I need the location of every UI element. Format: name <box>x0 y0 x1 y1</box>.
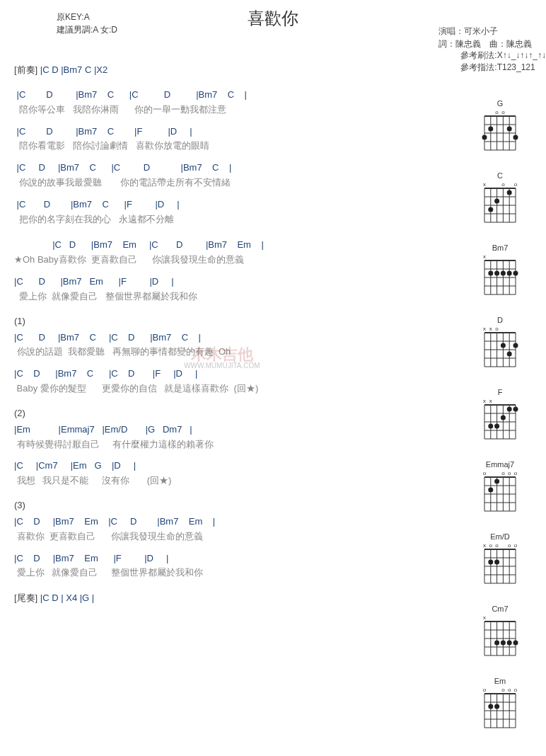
lyric-line-pair: |C D |Bm7 C |C D |Bm7 C | 陪你等公車 我陪你淋雨 你的… <box>14 88 461 118</box>
svg-point-46 <box>507 271 512 276</box>
chord-diagram-em: Emoooo <box>468 677 532 736</box>
svg-text:o: o <box>508 470 511 476</box>
chord-line: |C D |Bm7 C |C D |F |D | <box>14 367 461 382</box>
svg-point-98 <box>488 488 493 493</box>
svg-point-83 <box>488 424 493 429</box>
chord-name-label: Em <box>468 677 532 685</box>
section-1: (1) |C D |Bm7 C |C D |Bm7 C | 你說的話題 我都愛聽… <box>14 316 461 396</box>
svg-text:o: o <box>501 109 505 115</box>
svg-text:x: x <box>489 398 492 404</box>
lyric-line-pair: |C D |Bm7 C |C D |Bm7 C | 你說的故事我最愛聽 你的電話… <box>14 161 461 190</box>
chord-line: |C D |Bm7 C |F |D | <box>14 125 461 139</box>
chord-diagram-d: Dxxo <box>468 316 532 375</box>
lyric-line-pair: |C D |Bm7 C |F |D | 陪你看電影 陪你討論劇情 喜歡你放電的眼… <box>14 125 461 154</box>
svg-point-97 <box>494 479 499 484</box>
chord-line: |C D |Bm7 Em |C D |Bm7 Em | <box>14 515 461 529</box>
chord-line: |C D |Bm7 C |C D |Bm7 C | <box>14 161 461 176</box>
chord-diagram-c: Cxoo <box>468 171 532 231</box>
lyric-line: 陪你看電影 陪你討論劇情 喜歡你放電的眼睛 <box>14 139 461 154</box>
verse-1: |C D |Bm7 C |C D |Bm7 C | 陪你等公車 我陪你淋雨 你的… <box>14 88 461 227</box>
svg-text:o: o <box>483 470 487 476</box>
svg-point-149 <box>488 704 493 709</box>
svg-text:o: o <box>501 470 505 476</box>
chord-line: |C D |Bm7 Em |F |D | <box>14 551 461 566</box>
svg-point-63 <box>507 352 512 357</box>
lyric-line: 你說的話題 我都愛聽 再無聊的事情都變的有趣 Oh <box>14 345 461 360</box>
lyric-line: 喜歡你 更喜歡自己 你讓我發現生命的意義 <box>14 529 461 544</box>
chord-diagram-bm7: Bm7x <box>468 244 532 303</box>
svg-point-64 <box>501 343 506 348</box>
svg-text:x: x <box>483 542 486 549</box>
chord-name-label: G <box>468 99 532 108</box>
svg-text:x: x <box>483 614 486 621</box>
chord-diagram-column: GooCxooBm7xDxxoFxxEmmaj7ooooEm/DxooooCm7… <box>468 64 532 749</box>
chord-line: |C D |Bm7 C |F |D | <box>14 197 461 212</box>
svg-text:x: x <box>483 326 486 332</box>
svg-point-132 <box>513 641 518 646</box>
svg-point-29 <box>494 199 499 204</box>
section-3: (3) |C D |Bm7 Em |C D |Bm7 Em | 喜歡你 更喜歡自… <box>14 500 461 580</box>
svg-text:o: o <box>483 687 487 693</box>
intro-section: [前奏] |C D |Bm7 C |X2 <box>14 64 461 76</box>
svg-point-81 <box>501 416 506 420</box>
chord-line: |C D |Bm7 Em |F |D | <box>14 275 461 290</box>
chord-name-label: Bm7 <box>468 244 532 252</box>
chord-name-label: Emmaj7 <box>468 460 532 469</box>
svg-point-49 <box>488 271 493 276</box>
svg-point-82 <box>494 424 499 429</box>
key-info: 原KEY:A 建議男調:A 女:D <box>57 11 117 36</box>
chord-name-label: C <box>468 171 532 180</box>
chord-line: |C |Cm7 |Em G |D | <box>14 459 461 474</box>
lyric-line-pair: |C |Cm7 |Em G |D | 我想 我只是不能 沒有你 (回★) <box>14 459 461 488</box>
svg-point-80 <box>507 407 512 412</box>
credits: 演唱：可米小子 詞：陳忠義 曲：陳忠義 <box>438 25 532 50</box>
svg-point-114 <box>494 560 499 565</box>
svg-text:o: o <box>489 542 493 549</box>
svg-point-148 <box>494 704 499 709</box>
chord-name-label: Em/D <box>468 532 532 541</box>
svg-point-30 <box>488 207 493 212</box>
svg-point-62 <box>513 343 518 348</box>
svg-point-45 <box>513 271 518 276</box>
svg-text:o: o <box>514 470 518 476</box>
svg-text:o: o <box>514 687 518 693</box>
svg-point-11 <box>513 135 518 140</box>
svg-text:x: x <box>483 253 486 260</box>
lyric-line-pair: |Em |Emmaj7 |Em/D |G Dm7 | 有時候覺得討厭自己 有什麼… <box>14 423 461 452</box>
chord-name-label: Cm7 <box>468 605 532 613</box>
chord-line: |C D |Bm7 Em |C D |Bm7 Em | <box>14 238 461 253</box>
lyric-line: 陪你等公車 我陪你淋雨 你的一舉一動我都注意 <box>14 103 461 118</box>
chord-diagram-cm7: Cm7x <box>468 605 532 664</box>
lyric-line: 我想 我只是不能 沒有你 (回★) <box>14 474 461 488</box>
svg-text:x: x <box>489 326 492 332</box>
chord-diagram-em-d: Em/Dxoooo <box>468 532 532 592</box>
lyric-line: ★Oh Baby喜歡你 更喜歡自己 你讓我發現生命的意義 <box>14 253 461 268</box>
svg-text:o: o <box>495 109 499 115</box>
chord-line: |C D |Bm7 C |C D |Bm7 C | <box>14 88 461 103</box>
svg-text:o: o <box>508 542 511 549</box>
lyric-line: 把你的名字刻在我的心 永遠都不分離 <box>14 212 461 227</box>
svg-text:o: o <box>508 687 511 693</box>
svg-text:o: o <box>495 326 499 332</box>
lyric-line-pair: |C D |Bm7 Em |C D |Bm7 Em | 喜歡你 更喜歡自己 你讓… <box>14 515 461 544</box>
lyric-line-pair: |C D |Bm7 Em |C D |Bm7 Em |★Oh Baby喜歡你 更… <box>14 238 461 268</box>
svg-text:o: o <box>501 687 505 693</box>
lyric-line-pair: |C D |Bm7 Em |F |D | 愛上你 就像愛自己 整個世界都屬於我和… <box>14 275 461 304</box>
chorus: |C D |Bm7 Em |C D |Bm7 Em |★Oh Baby喜歡你 更… <box>14 238 461 304</box>
svg-point-14 <box>507 127 512 132</box>
lyric-line: 愛上你 就像愛自己 整個世界都屬於我和你 <box>14 566 461 580</box>
outro-section: [尾奏] |C D | X4 |G | <box>14 592 461 605</box>
svg-point-28 <box>507 190 512 195</box>
lyric-line-pair: |C D |Bm7 C |C D |F |D | Baby 愛你的髮型 更愛你的… <box>14 367 461 396</box>
chord-name-label: D <box>468 316 532 324</box>
svg-text:o: o <box>514 181 518 188</box>
lyric-line: 有時候覺得討厭自己 有什麼權力這樣的賴著你 <box>14 437 461 452</box>
chord-line: |Em |Emmaj7 |Em/D |G Dm7 | <box>14 423 461 437</box>
chord-line: |C D |Bm7 C |C D |Bm7 C | <box>14 331 461 345</box>
svg-point-134 <box>501 641 506 646</box>
svg-point-135 <box>494 641 499 646</box>
svg-point-48 <box>494 271 499 276</box>
lyric-line-pair: |C D |Bm7 Em |F |D | 愛上你 就像愛自己 整個世界都屬於我和… <box>14 551 461 581</box>
chord-diagram-f: Fxx <box>468 388 532 447</box>
lyric-line: 愛上你 就像愛自己 整個世界都屬於我和你 <box>14 290 461 304</box>
